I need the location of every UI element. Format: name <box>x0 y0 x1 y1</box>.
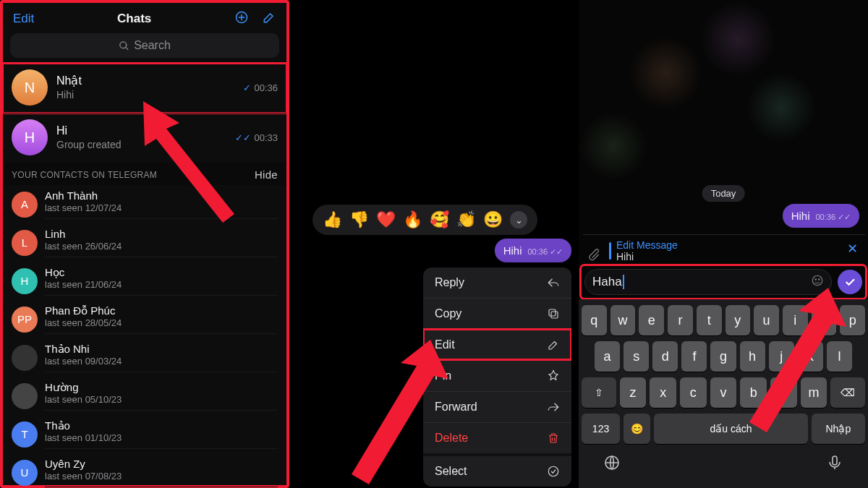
contact-row[interactable]: Thảo Nhilast seen 09/03/24 <box>3 338 286 377</box>
close-icon[interactable]: ✕ <box>847 241 858 257</box>
avatar: N <box>12 69 48 106</box>
select-icon <box>547 465 560 478</box>
contact-status: last seen 21/06/24 <box>45 279 278 291</box>
message-input-row: Haha <box>582 266 865 298</box>
chat-row-hi[interactable]: H Hi Group created ✓✓ 00:33 <box>3 113 286 163</box>
message-bubble[interactable]: Hihi 00:36 ✓✓ <box>495 239 571 262</box>
contact-row[interactable]: UUyên Zylast seen 07/08/23 <box>3 453 286 488</box>
chat-time: 00:36 <box>254 82 278 93</box>
menu-reply[interactable]: Reply <box>423 267 571 298</box>
contact-status: last seen 26/06/24 <box>45 241 278 252</box>
new-group-icon[interactable] <box>234 10 249 27</box>
reaction-fire[interactable]: 🔥 <box>403 210 422 229</box>
menu-delete[interactable]: Delete <box>423 422 571 453</box>
contact-row[interactable]: LLinhlast seen 26/06/24 <box>3 223 286 262</box>
key-o[interactable]: o <box>812 305 837 335</box>
menu-label: Edit <box>435 338 455 351</box>
menu-pin[interactable]: Pin <box>423 360 571 391</box>
key-shift[interactable]: ⇧ <box>582 377 616 408</box>
emoji-picker-icon[interactable] <box>811 274 824 291</box>
key-enter[interactable]: Nhập <box>812 414 865 444</box>
reaction-thumbsdown[interactable]: 👎 <box>349 210 369 229</box>
edit-original-text: Hihi <box>616 251 859 262</box>
contact-row[interactable]: TThảolast seen 01/10/23 <box>3 415 286 453</box>
key-y[interactable]: y <box>726 305 751 335</box>
key-b[interactable]: b <box>740 377 767 408</box>
reaction-heart[interactable]: ❤️ <box>376 210 396 229</box>
contact-row[interactable]: PPPhan Đỗ Phúclast seen 28/05/24 <box>3 300 286 338</box>
key-v[interactable]: v <box>710 377 737 408</box>
message-bubble[interactable]: Hihi 00:36 ✓✓ <box>783 204 859 228</box>
menu-edit[interactable]: Edit <box>423 329 571 360</box>
key-j[interactable]: j <box>769 341 794 372</box>
key-space[interactable]: dấu cách <box>654 414 807 444</box>
contact-row[interactable]: AAnh Thànhlast seen 12/07/24 <box>3 185 286 223</box>
key-r[interactable]: r <box>668 305 693 335</box>
copy-icon <box>547 307 560 320</box>
contact-status: last seen 09/03/24 <box>45 356 278 367</box>
page-title: Chats <box>117 12 151 26</box>
key-d[interactable]: d <box>652 341 678 372</box>
key-w[interactable]: w <box>610 305 636 335</box>
key-g[interactable]: g <box>710 341 736 372</box>
key-123[interactable]: 123 <box>582 414 620 444</box>
avatar: PP <box>12 307 38 333</box>
svg-rect-2 <box>551 312 558 318</box>
menu-forward[interactable]: Forward <box>423 391 571 422</box>
menu-copy[interactable]: Copy <box>423 298 571 329</box>
read-checks-icon: ✓✓ <box>235 132 251 143</box>
key-x[interactable]: x <box>650 377 676 408</box>
key-p[interactable]: p <box>840 305 865 335</box>
avatar: T <box>12 421 38 448</box>
reaction-clap[interactable]: 👏 <box>456 210 476 229</box>
reaction-grin[interactable]: 😀 <box>483 210 503 229</box>
reaction-more-icon[interactable]: ⌄ <box>510 211 527 228</box>
key-m[interactable]: m <box>801 377 827 408</box>
key-q[interactable]: q <box>582 305 607 335</box>
chat-row-nhat[interactable]: N Nhật Hihi ✓ 00:36 <box>3 64 286 113</box>
mic-icon[interactable] <box>826 454 843 474</box>
key-i[interactable]: i <box>783 305 808 335</box>
chat-preview: Group created <box>56 138 226 151</box>
key-e[interactable]: e <box>639 305 664 335</box>
key-n[interactable]: n <box>770 377 797 408</box>
contacts-section-header: YOUR CONTACTS ON TELEGRAM Hide <box>3 163 286 185</box>
key-f[interactable]: f <box>681 341 707 372</box>
avatar: U <box>12 460 38 486</box>
key-c[interactable]: c <box>680 377 707 408</box>
contact-row[interactable]: HHọclast seen 21/06/24 <box>3 262 286 300</box>
contact-name: Thảo <box>45 419 278 432</box>
trash-icon <box>547 432 560 445</box>
key-a[interactable]: a <box>595 341 620 372</box>
attach-icon[interactable] <box>587 248 600 264</box>
search-input[interactable]: Search <box>10 33 279 58</box>
menu-label: Forward <box>435 401 477 414</box>
key-h[interactable]: h <box>740 341 765 372</box>
globe-icon[interactable] <box>603 454 621 474</box>
key-t[interactable]: t <box>697 305 722 335</box>
contact-name: Hường <box>45 381 278 394</box>
confirm-edit-button[interactable] <box>838 270 862 294</box>
message-input[interactable]: Haha <box>584 269 832 295</box>
key-backspace[interactable]: ⌫ <box>830 377 865 408</box>
menu-select[interactable]: Select <box>423 453 571 487</box>
compose-icon[interactable] <box>262 10 276 27</box>
reaction-thumbsup[interactable]: 👍 <box>323 210 342 229</box>
avatar <box>12 345 38 371</box>
hide-button[interactable]: Hide <box>255 168 278 181</box>
key-emoji[interactable]: 😊 <box>624 414 650 444</box>
chat-name: Nhật <box>56 74 234 88</box>
svg-rect-10 <box>833 456 837 465</box>
contact-row[interactable]: Hườnglast seen 05/10/23 <box>3 377 286 415</box>
reaction-smilehearts[interactable]: 🥰 <box>430 210 449 229</box>
key-k[interactable]: k <box>798 341 823 372</box>
message-time: 00:36 <box>527 247 548 256</box>
edit-message-panel: Edit Message Hihi ✕ <box>583 234 865 265</box>
key-l[interactable]: l <box>827 341 852 372</box>
key-u[interactable]: u <box>754 305 779 335</box>
edit-button[interactable]: Edit <box>13 12 34 26</box>
reaction-bar[interactable]: 👍 👎 ❤️ 🔥 🥰 👏 😀 ⌄ <box>312 205 537 235</box>
contact-status: last seen 28/05/24 <box>45 317 278 329</box>
key-s[interactable]: s <box>624 341 649 372</box>
key-z[interactable]: z <box>620 377 647 408</box>
